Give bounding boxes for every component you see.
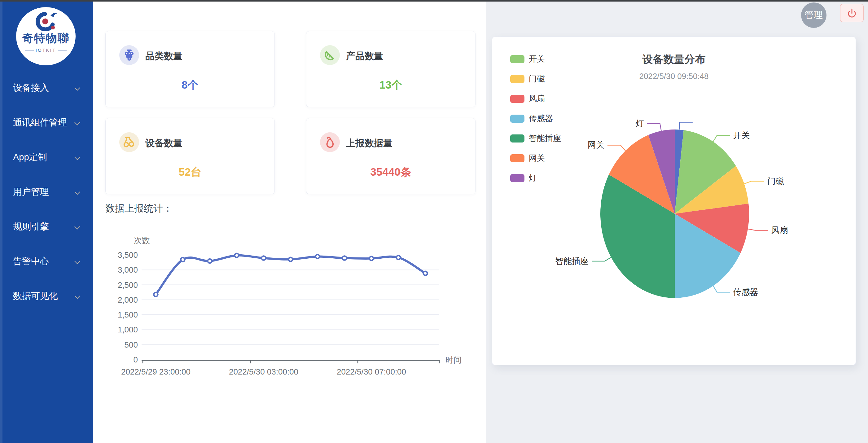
- admin-avatar[interactable]: 管理: [801, 2, 827, 28]
- dashboard-root: 奇特物聯 IOTKIT 设备接入通讯组件管理App定制用户管理规则引擎告警中心数…: [0, 0, 868, 443]
- sidebar-menu: 设备接入通讯组件管理App定制用户管理规则引擎告警中心数据可见化: [0, 79, 93, 322]
- sidebar-item-label: App定制: [13, 152, 47, 162]
- chevron-down-icon: [74, 154, 80, 160]
- device-distribution-card: 设备数量分布 2022/5/30 09:50:48 开关门磁风扇传感器智能插座网…: [492, 37, 856, 365]
- chevron-down-icon: [74, 120, 80, 125]
- sidebar-item-label: 规则引擎: [13, 222, 49, 231]
- svg-text:2022/5/29 23:00:00: 2022/5/29 23:00:00: [121, 367, 190, 376]
- stat-cards: 品类数量8个产品数量13个设备数量52台上报数据量35440条: [105, 31, 477, 195]
- report-line-chart: 05001,0001,5002,0002,5003,0003,500次数2022…: [112, 229, 483, 381]
- sidebar: 奇特物聯 IOTKIT 设备接入通讯组件管理App定制用户管理规则引擎告警中心数…: [0, 2, 93, 443]
- divider: [25, 50, 34, 51]
- sidebar-item-label: 告警中心: [13, 256, 49, 266]
- grapes-icon: [119, 45, 139, 65]
- sidebar-menu-item[interactable]: App定制: [0, 148, 93, 166]
- report-section-title: 数据上报统计：: [105, 202, 173, 215]
- logout-button[interactable]: [840, 4, 864, 22]
- svg-text:2022/5/30 07:00:00: 2022/5/30 07:00:00: [337, 367, 406, 376]
- svg-text:3,500: 3,500: [118, 250, 138, 260]
- svg-text:500: 500: [125, 340, 138, 349]
- stat-card-value: 8个: [105, 78, 275, 92]
- svg-text:2,000: 2,000: [118, 295, 138, 305]
- stat-card-value: 35440条: [306, 165, 475, 179]
- sidebar-menu-item[interactable]: 用户管理: [0, 183, 93, 200]
- svg-text:1,500: 1,500: [118, 310, 138, 319]
- svg-text:传感器: 传感器: [733, 287, 758, 297]
- sidebar-menu-item[interactable]: 通讯组件管理: [0, 114, 93, 131]
- svg-text:3,000: 3,000: [118, 265, 138, 275]
- sidebar-menu-item[interactable]: 告警中心: [0, 252, 93, 270]
- stat-card: 上报数据量35440条: [306, 118, 475, 194]
- pear-icon: [320, 132, 340, 152]
- svg-text:2022/5/30 03:00:00: 2022/5/30 03:00:00: [229, 367, 298, 376]
- lime-slice-icon: [320, 45, 340, 65]
- stat-card-title: 品类数量: [145, 50, 182, 63]
- chevron-down-icon: [74, 258, 80, 264]
- stat-card-title: 设备数量: [145, 137, 182, 150]
- sidebar-menu-item[interactable]: 设备接入: [0, 79, 93, 96]
- chevron-down-icon: [74, 224, 80, 229]
- stat-card: 产品数量13个: [306, 31, 475, 107]
- device-pie-chart: 开关门磁风扇传感器智能插座网关灯: [492, 37, 856, 365]
- svg-text:智能插座: 智能插座: [555, 256, 589, 266]
- svg-text:1,000: 1,000: [118, 325, 138, 334]
- sidebar-item-label: 用户管理: [13, 187, 49, 197]
- sidebar-menu-item[interactable]: 规则引擎: [0, 218, 93, 235]
- chevron-down-icon: [74, 189, 80, 194]
- svg-text:次数: 次数: [134, 236, 150, 245]
- main-content-panel: 品类数量8个产品数量13个设备数量52台上报数据量35440条 数据上报统计： …: [93, 2, 486, 443]
- svg-text:开关: 开关: [733, 131, 750, 140]
- brand-subtitle: IOTKIT: [25, 48, 67, 53]
- stat-card-title: 上报数据量: [346, 137, 393, 150]
- sidebar-menu-item[interactable]: 数据可见化: [0, 287, 93, 305]
- stat-card-value: 13个: [306, 78, 475, 92]
- stat-card-value: 52台: [105, 165, 275, 179]
- sidebar-item-label: 数据可见化: [13, 291, 58, 301]
- svg-text:风扇: 风扇: [771, 225, 788, 235]
- divider: [58, 50, 67, 51]
- rabbit-logo-icon: [31, 11, 68, 31]
- svg-text:门磁: 门磁: [767, 177, 784, 186]
- stat-card-title: 产品数量: [346, 50, 383, 63]
- svg-text:2,500: 2,500: [118, 280, 138, 290]
- stat-card: 品类数量8个: [105, 31, 275, 107]
- svg-text:网关: 网关: [588, 140, 604, 150]
- chevron-down-icon: [74, 85, 80, 91]
- chevron-down-icon: [74, 293, 80, 298]
- sidebar-item-label: 设备接入: [13, 83, 49, 93]
- power-icon: [847, 8, 857, 18]
- brand-name: 奇特物聯: [22, 31, 69, 46]
- brand-logo: 奇特物聯 IOTKIT: [16, 7, 75, 65]
- brand-subtitle-text: IOTKIT: [36, 48, 56, 53]
- svg-text:灯: 灯: [636, 119, 644, 128]
- sidebar-item-label: 通讯组件管理: [13, 118, 67, 127]
- svg-text:时间: 时间: [445, 355, 462, 365]
- stat-card: 设备数量52台: [105, 118, 275, 194]
- svg-text:0: 0: [133, 355, 138, 364]
- cherries-icon: [119, 132, 139, 152]
